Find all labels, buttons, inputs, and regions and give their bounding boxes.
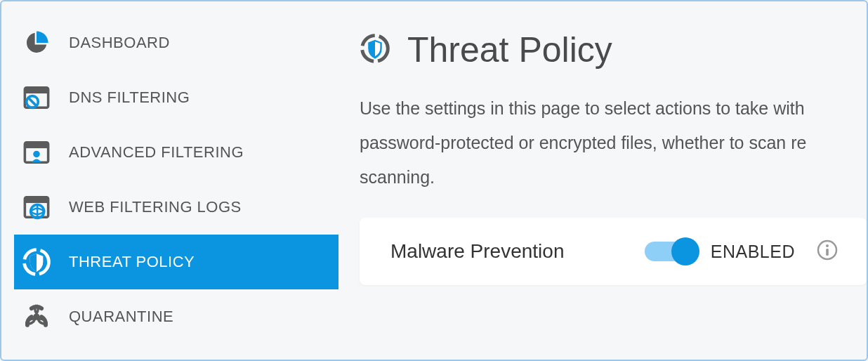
card-title: Malware Prevention xyxy=(390,240,645,263)
svg-rect-5 xyxy=(25,143,48,148)
sidebar-item-web-filtering-logs[interactable]: WEB FILTERING LOGS xyxy=(14,180,338,235)
sidebar-item-dns-filtering[interactable]: DNS FILTERING xyxy=(14,70,338,125)
sidebar-item-label: ADVANCED FILTERING xyxy=(53,143,244,162)
sidebar-item-label: QUARANTINE xyxy=(53,308,173,326)
sidebar-item-dashboard[interactable]: DASHBOARD xyxy=(14,15,338,70)
web-filtering-logs-icon xyxy=(20,194,53,221)
svg-rect-1 xyxy=(25,88,48,93)
svg-point-15 xyxy=(826,244,829,247)
dashboard-icon xyxy=(20,29,53,56)
svg-point-6 xyxy=(33,151,40,158)
advanced-filtering-icon xyxy=(20,139,53,166)
sidebar-item-threat-policy[interactable]: THREAT POLICY xyxy=(14,235,338,289)
sidebar-item-label: WEB FILTERING LOGS xyxy=(53,198,242,216)
malware-prevention-toggle[interactable] xyxy=(645,242,695,261)
page-header: Threat Policy xyxy=(360,29,867,70)
threat-policy-icon xyxy=(20,247,53,277)
sidebar: DASHBOARD DNS FILTERING xyxy=(1,1,338,360)
page-description: Use the settings in this page to select … xyxy=(360,91,867,194)
svg-rect-8 xyxy=(25,197,48,203)
threat-policy-header-icon xyxy=(360,33,390,67)
dns-filtering-icon xyxy=(20,84,53,111)
sidebar-item-label: DNS FILTERING xyxy=(53,88,190,107)
toggle-group: ENABLED xyxy=(645,242,795,262)
quarantine-icon xyxy=(20,303,53,330)
toggle-state-label: ENABLED xyxy=(711,242,795,262)
sidebar-item-advanced-filtering[interactable]: ADVANCED FILTERING xyxy=(14,125,338,180)
sidebar-item-label: DASHBOARD xyxy=(53,34,170,52)
main-content: Threat Policy Use the settings in this p… xyxy=(338,1,867,360)
sidebar-item-quarantine[interactable]: QUARANTINE xyxy=(14,289,338,344)
sidebar-item-label: THREAT POLICY xyxy=(53,253,195,271)
page-title: Threat Policy xyxy=(407,29,612,70)
malware-prevention-card: Malware Prevention ENABLED xyxy=(360,218,867,285)
toggle-knob xyxy=(671,237,699,265)
svg-rect-16 xyxy=(826,249,829,256)
info-icon[interactable] xyxy=(816,239,839,264)
svg-line-3 xyxy=(28,98,37,106)
